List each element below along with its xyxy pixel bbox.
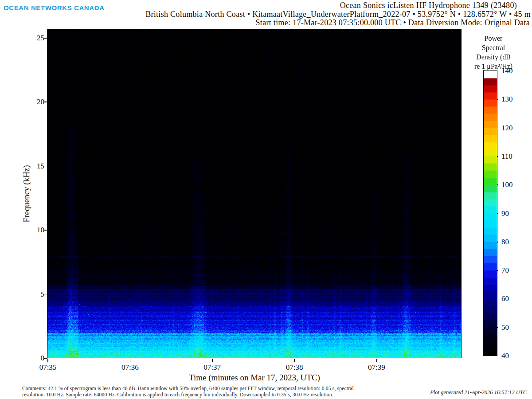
onc-logo: OCEAN NETWORKS CANADA bbox=[4, 4, 105, 12]
x-tick-label: 07:36 bbox=[121, 363, 139, 372]
colorbar-tick-label: 100 bbox=[501, 180, 513, 189]
colorbar-title-line: Spectral bbox=[454, 43, 532, 52]
plot-generated-timestamp: Plot generated 21-Apr-2026 16:57:12 UTC bbox=[430, 389, 527, 396]
spectrogram-canvas bbox=[47, 29, 461, 358]
x-tick-mark bbox=[376, 359, 377, 363]
colorbar-canvas bbox=[484, 70, 497, 356]
colorbar-tick-label: 90 bbox=[501, 209, 509, 218]
colorbar-tick-label: 130 bbox=[501, 95, 513, 104]
x-axis-title: Time (minutes on Mar 17, 2023, UTC) bbox=[189, 373, 320, 383]
header-line-location: British Columbia North Coast • KitamaatV… bbox=[145, 10, 531, 19]
colorbar-tick-label: 110 bbox=[501, 152, 512, 160]
colorbar-title-line: Density (dB bbox=[454, 52, 532, 62]
colorbar-tick-label: 120 bbox=[501, 123, 513, 132]
colorbar-tick-label: 70 bbox=[501, 266, 509, 275]
y-tick-mark bbox=[44, 294, 47, 295]
x-tick-label: 07:38 bbox=[286, 363, 303, 372]
y-tick-mark bbox=[44, 230, 47, 231]
y-tick-mark bbox=[44, 38, 47, 39]
x-tick-label: 07:37 bbox=[203, 363, 221, 372]
y-tick-mark bbox=[44, 166, 47, 167]
comments-text: Comments: 42.1 % of spectrogram is less … bbox=[22, 386, 354, 398]
comments-line-1: Comments: 42.1 % of spectrogram is less … bbox=[22, 386, 354, 392]
x-tick-mark bbox=[47, 359, 48, 363]
colorbar-tick-label: 80 bbox=[501, 237, 509, 246]
colorbar-frame bbox=[483, 70, 497, 356]
colorbar-tick-label: 60 bbox=[501, 294, 509, 303]
y-tick-label: 10 bbox=[27, 226, 44, 235]
spectrogram-figure: OCEAN NETWORKS CANADA Ocean Sonics icLis… bbox=[0, 0, 532, 399]
y-tick-label: 25 bbox=[27, 33, 44, 42]
header-line-instrument: Ocean Sonics icListen HF Hydrophone 1349… bbox=[340, 1, 517, 10]
y-tick-label: 0 bbox=[27, 354, 44, 363]
y-tick-mark bbox=[44, 358, 47, 359]
colorbar-tick-label: 50 bbox=[501, 323, 509, 332]
colorbar-title: Power Spectral Density (dB re 1 μPa²/Hz) bbox=[454, 34, 532, 71]
y-tick-mark bbox=[44, 102, 47, 102]
colorbar-title-line: Power bbox=[454, 34, 532, 43]
colorbar-tick-label: 40 bbox=[501, 352, 509, 360]
x-tick-label: 07:35 bbox=[39, 363, 57, 372]
x-tick-label: 07:39 bbox=[368, 363, 385, 372]
colorbar-title-line: re 1 μPa²/Hz) bbox=[454, 62, 532, 71]
header-line-starttime: Start time: 17-Mar-2023 07:35:00.000 UTC… bbox=[256, 18, 530, 27]
x-tick-mark bbox=[130, 359, 131, 363]
x-tick-mark bbox=[294, 359, 295, 363]
comments-line-2: resolution: 10.0 Hz. Sample rate: 64000 … bbox=[22, 392, 354, 398]
y-tick-label: 20 bbox=[27, 98, 44, 106]
x-tick-mark bbox=[212, 359, 213, 363]
y-tick-label: 5 bbox=[27, 289, 44, 298]
y-tick-label: 15 bbox=[27, 161, 44, 170]
plot-frame bbox=[47, 29, 462, 358]
y-axis-title: Frequency (kHz) bbox=[22, 165, 31, 222]
